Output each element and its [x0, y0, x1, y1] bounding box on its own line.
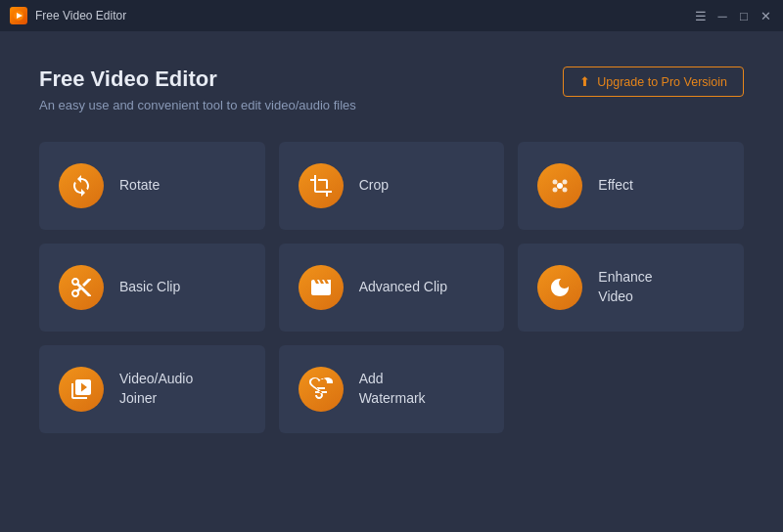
enhance-video-icon-circle	[537, 265, 582, 310]
effect-icon-circle	[537, 163, 582, 208]
svg-point-5	[553, 188, 558, 193]
app-info: Free Video Editor An easy use and conven…	[39, 66, 356, 112]
crop-label: Crop	[359, 176, 389, 196]
app-title-bar: Free Video Editor	[35, 9, 126, 22]
svg-point-3	[553, 180, 558, 185]
app-main-title: Free Video Editor	[39, 66, 356, 92]
maximize-btn[interactable]: □	[736, 8, 752, 23]
window-controls[interactable]: ☰ ─ □ ✕	[693, 8, 773, 23]
rotate-icon-circle	[59, 163, 104, 208]
add-watermark-label: AddWatermark	[359, 370, 426, 408]
title-bar: Free Video Editor ☰ ─ □ ✕	[0, 0, 783, 31]
feature-grid: Rotate Crop Effect	[39, 142, 744, 433]
effect-label: Effect	[598, 176, 633, 196]
feature-card-advanced-clip[interactable]: Advanced Clip	[279, 244, 505, 332]
svg-point-4	[563, 180, 568, 185]
advanced-clip-label: Advanced Clip	[359, 278, 447, 297]
minimize-btn[interactable]: ─	[714, 8, 730, 23]
upgrade-icon: ⬆	[579, 74, 590, 89]
svg-point-6	[563, 188, 568, 193]
title-bar-left: Free Video Editor	[10, 7, 126, 24]
advanced-clip-icon-circle	[299, 265, 344, 310]
feature-card-video-audio-joiner[interactable]: Video/AudioJoiner	[39, 345, 265, 433]
feature-card-rotate[interactable]: Rotate	[39, 142, 265, 230]
app-main-subtitle: An easy use and convenient tool to edit …	[39, 98, 356, 112]
video-audio-joiner-label: Video/AudioJoiner	[119, 370, 193, 408]
feature-card-add-watermark[interactable]: AddWatermark	[279, 345, 505, 433]
upgrade-button[interactable]: ⬆ Upgrade to Pro Versioin	[563, 66, 744, 97]
app-icon	[10, 7, 27, 24]
main-content: Free Video Editor An easy use and conven…	[0, 31, 783, 463]
basic-clip-label: Basic Clip	[119, 278, 180, 297]
menu-btn[interactable]: ☰	[693, 8, 709, 23]
video-audio-joiner-icon-circle	[59, 367, 104, 412]
feature-card-enhance-video[interactable]: EnhanceVideo	[518, 244, 744, 332]
basic-clip-icon-circle	[59, 265, 104, 310]
enhance-video-label: EnhanceVideo	[598, 268, 652, 306]
close-btn[interactable]: ✕	[758, 8, 773, 23]
header-area: Free Video Editor An easy use and conven…	[39, 66, 744, 112]
add-watermark-icon-circle	[299, 367, 344, 412]
upgrade-label: Upgrade to Pro Versioin	[597, 75, 727, 89]
feature-card-effect[interactable]: Effect	[518, 142, 744, 230]
svg-point-2	[557, 183, 563, 189]
feature-card-crop[interactable]: Crop	[279, 142, 505, 230]
feature-card-basic-clip[interactable]: Basic Clip	[39, 244, 265, 332]
rotate-label: Rotate	[119, 176, 160, 196]
crop-icon-circle	[299, 163, 344, 208]
